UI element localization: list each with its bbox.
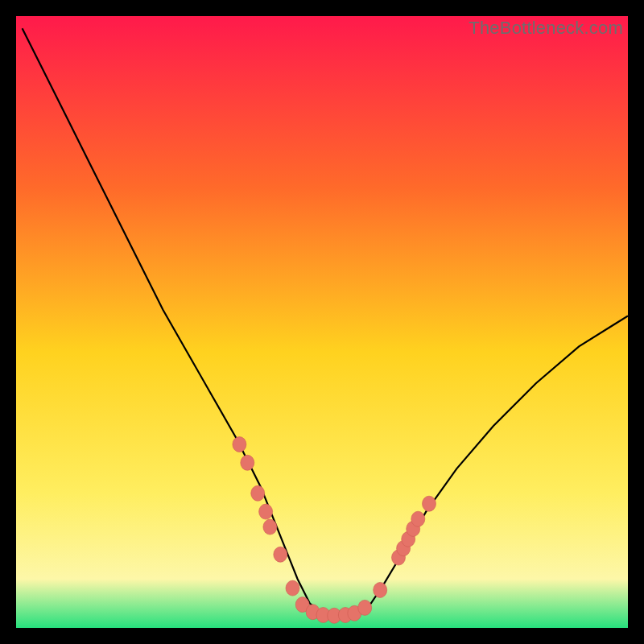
chart-svg [16,16,628,628]
curve-marker [374,582,387,597]
curve-marker [423,496,436,511]
curve-marker [358,600,372,615]
curve-marker [251,485,265,501]
curve-marker [233,437,246,452]
curve-marker [274,547,287,562]
watermark-text: TheBottleneck.com [469,18,623,39]
curve-marker [286,580,299,596]
curve-marker [259,504,273,519]
curve-marker [263,519,277,535]
curve-marker [411,511,425,526]
chart-frame: TheBottleneck.com [16,16,628,628]
curve-marker [241,455,254,470]
gradient-background [16,16,628,628]
